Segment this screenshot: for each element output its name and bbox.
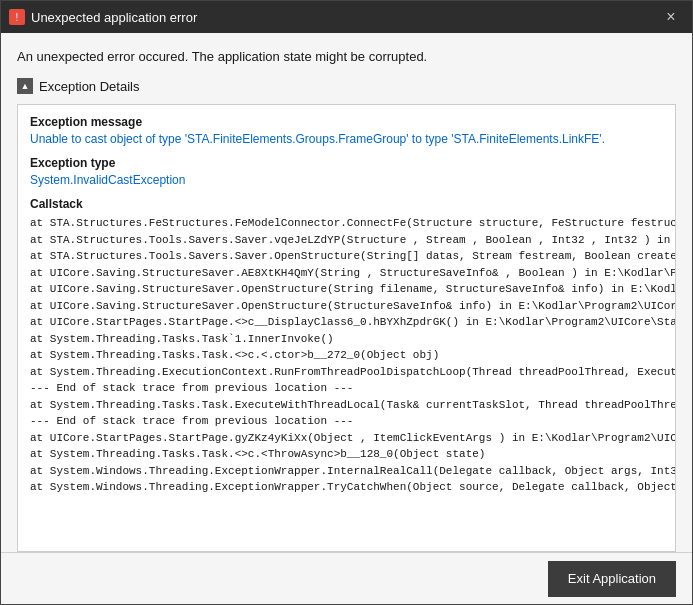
content-area: An unexpected error occured. The applica… bbox=[1, 33, 692, 552]
dialog-title: Unexpected application error bbox=[31, 10, 658, 25]
exception-type-value: System.InvalidCastException bbox=[30, 173, 663, 187]
title-bar: ! Unexpected application error × bbox=[1, 1, 692, 33]
exception-type-title: Exception type bbox=[30, 156, 663, 170]
callstack-line: at STA.Structures.Tools.Savers.Saver.Ope… bbox=[30, 248, 663, 265]
exception-message-title: Exception message bbox=[30, 115, 663, 129]
callstack-line: at UICore.StartPages.StartPage.<>c__Disp… bbox=[30, 314, 663, 331]
bottom-bar: Exit Application bbox=[1, 552, 692, 604]
exception-details-label: Exception Details bbox=[39, 79, 139, 94]
callstack-line: --- End of stack trace from previous loc… bbox=[30, 380, 663, 397]
callstack-line: --- End of stack trace from previous loc… bbox=[30, 413, 663, 430]
callstack-line: at System.Threading.Tasks.Task.ExecuteWi… bbox=[30, 397, 663, 414]
callstack-line: at UICore.Saving.StructureSaver.OpenStru… bbox=[30, 281, 663, 298]
callstack-line: at System.Windows.Threading.ExceptionWra… bbox=[30, 479, 663, 496]
error-dialog: ! Unexpected application error × An unex… bbox=[0, 0, 693, 605]
callstack-line: at UICore.Saving.StructureSaver.AE8XtKH4… bbox=[30, 265, 663, 282]
exception-details-toggle[interactable]: ▲ Exception Details bbox=[17, 78, 676, 94]
callstack-line: at STA.Structures.Tools.Savers.Saver.vqe… bbox=[30, 232, 663, 249]
close-button[interactable]: × bbox=[658, 4, 684, 30]
details-panel: Exception message Unable to cast object … bbox=[17, 104, 676, 552]
callstack-line: at System.Threading.Tasks.Task.<>c.<Thro… bbox=[30, 446, 663, 463]
callstack-title: Callstack bbox=[30, 197, 663, 211]
callstack-line: at System.Threading.Tasks.Task.<>c.<.cto… bbox=[30, 347, 663, 364]
details-content[interactable]: Exception message Unable to cast object … bbox=[18, 105, 675, 551]
callstack-line: at System.Threading.Tasks.Task`1.InnerIn… bbox=[30, 331, 663, 348]
main-error-message: An unexpected error occured. The applica… bbox=[17, 49, 676, 64]
callstack-content: at STA.Structures.FeStructures.FeModelCo… bbox=[30, 215, 663, 496]
callstack-line: at System.Threading.ExecutionContext.Run… bbox=[30, 364, 663, 381]
callstack-line: at System.Windows.Threading.ExceptionWra… bbox=[30, 463, 663, 480]
toggle-icon: ▲ bbox=[17, 78, 33, 94]
exception-message-value: Unable to cast object of type 'STA.Finit… bbox=[30, 132, 663, 146]
callstack-line: at UICore.StartPages.StartPage.gyZKz4yKi… bbox=[30, 430, 663, 447]
error-icon: ! bbox=[9, 9, 25, 25]
exit-application-button[interactable]: Exit Application bbox=[548, 561, 676, 597]
callstack-line: at UICore.Saving.StructureSaver.OpenStru… bbox=[30, 298, 663, 315]
callstack-line: at STA.Structures.FeStructures.FeModelCo… bbox=[30, 215, 663, 232]
